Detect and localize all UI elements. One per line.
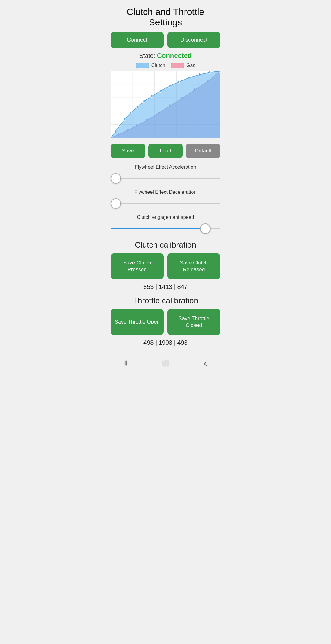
save-clutch-pressed-button[interactable]: Save Clutch Pressed (111, 253, 164, 279)
svg-point-25 (143, 100, 145, 103)
clutch-calib-value: 853 | 1413 | 847 (111, 283, 220, 290)
default-button[interactable]: Default (186, 144, 220, 158)
flywheel-decel-section: Flywheel Effect Deceleration (111, 189, 220, 210)
throttle-calib-buttons: Save Throttle Open Save Throttle Closed (111, 309, 220, 335)
save-throttle-open-button[interactable]: Save Throttle Open (111, 309, 164, 335)
save-button[interactable]: Save (111, 144, 145, 158)
state-row: State: Connected (111, 52, 220, 60)
svg-point-31 (199, 73, 200, 76)
gas-label: Gas (186, 63, 195, 68)
gas-swatch (171, 63, 184, 68)
svg-point-27 (160, 89, 161, 92)
connection-buttons: Connect Disconnect (111, 32, 220, 48)
legend-gas: Gas (171, 63, 195, 68)
svg-point-29 (178, 80, 180, 84)
clutch-calibration-title: Clutch calibration (111, 240, 220, 250)
flywheel-accel-section: Flywheel Effect Acceleration (111, 164, 220, 185)
nav-bar (106, 353, 225, 371)
back-icon[interactable] (198, 358, 213, 369)
throttle-calib-value: 493 | 1993 | 493 (111, 339, 220, 346)
clutch-calib-buttons: Save Clutch Pressed Save Clutch Released (111, 253, 220, 279)
svg-point-28 (169, 85, 170, 88)
toolbar: Save Load Default (111, 144, 220, 158)
connect-button[interactable]: Connect (111, 32, 164, 48)
clutch-speed-section: Clutch engagement speed (111, 215, 220, 235)
state-label: State: (139, 52, 155, 59)
state-value: Connected (157, 52, 192, 59)
save-clutch-released-button[interactable]: Save Clutch Released (167, 253, 220, 279)
chart-area (111, 71, 220, 138)
flywheel-accel-slider[interactable] (111, 178, 220, 179)
clutch-label: Clutch (151, 63, 165, 68)
disconnect-button[interactable]: Disconnect (167, 32, 220, 48)
svg-point-20 (115, 130, 116, 133)
save-throttle-closed-button[interactable]: Save Throttle Closed (167, 309, 220, 335)
svg-point-19 (111, 136, 112, 138)
svg-point-21 (119, 124, 120, 127)
legend-clutch: Clutch (136, 63, 165, 68)
flywheel-accel-label: Flywheel Effect Acceleration (111, 164, 220, 170)
svg-point-26 (151, 95, 153, 98)
flywheel-decel-label: Flywheel Effect Deceleration (111, 189, 220, 195)
clutch-swatch (136, 63, 149, 68)
svg-point-32 (209, 71, 211, 74)
svg-point-24 (136, 105, 138, 108)
flywheel-decel-slider[interactable] (111, 203, 220, 204)
clutch-speed-label: Clutch engagement speed (111, 215, 220, 220)
recents-icon[interactable] (118, 358, 133, 369)
svg-point-23 (130, 111, 132, 114)
flywheel-decel-wrapper (111, 197, 220, 210)
clutch-speed-wrapper (111, 223, 220, 235)
svg-point-22 (124, 118, 126, 121)
svg-point-30 (188, 76, 190, 79)
load-button[interactable]: Load (148, 144, 183, 158)
curve-chart (111, 71, 220, 138)
page-title: Clutch and Throttle Settings (111, 7, 220, 28)
chart-legend: Clutch Gas (111, 63, 220, 68)
clutch-speed-slider[interactable] (111, 228, 220, 229)
home-icon[interactable] (158, 358, 173, 369)
clutch-area (111, 71, 220, 138)
throttle-calibration-title: Throttle calibration (111, 296, 220, 305)
flywheel-accel-wrapper (111, 172, 220, 185)
